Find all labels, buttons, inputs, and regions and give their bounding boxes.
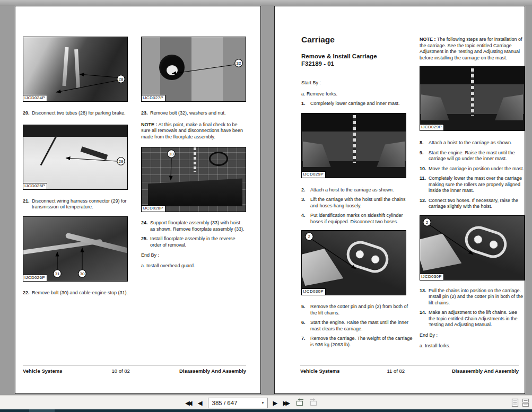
- topic-title: Remove & Install Carriage: [301, 53, 415, 60]
- pdf-viewer-window: 28 IJCD024P 20. Disconnect two tubes (28…: [0, 0, 532, 412]
- step-22: 22. Remove bolt (30) and cable-engine st…: [23, 290, 129, 296]
- callout-overlay: 33: [142, 147, 246, 212]
- previous-view-button[interactable]: [293, 398, 307, 408]
- step-21: 21. Disconnect wiring harness connector …: [23, 198, 129, 211]
- previous-page-button[interactable]: ◀: [195, 398, 205, 408]
- callout-31: 31: [55, 271, 60, 276]
- next-page-button[interactable]: ▶: [271, 398, 281, 408]
- end-by-item: a. Install overhead guard.: [141, 263, 246, 269]
- next-view-button[interactable]: [307, 398, 320, 408]
- figure-ijcd026p: 31 30 IJCD026P: [23, 216, 128, 282]
- document-page-left: 28 IJCD024P 20. Disconnect two tubes (28…: [15, 6, 261, 394]
- figure-label: IJCD030P: [420, 274, 444, 280]
- figure-label: IJCD030P: [302, 288, 326, 295]
- step-7: 7. Remove the carriage. The weight of th…: [301, 336, 415, 348]
- page-number-input[interactable]: 385 / 647 ▼: [208, 398, 268, 408]
- figure-ijcd029p: IJCD029P: [301, 113, 406, 178]
- figure-label: IJCD025P: [23, 183, 47, 189]
- callout-overlay: 29: [23, 125, 127, 189]
- figure-label: IJCD026P: [23, 275, 47, 281]
- figure-ijcd027p: 32 IJCD027P: [141, 37, 246, 102]
- end-by-item: a. Install forks.: [420, 343, 525, 349]
- page-footer: Vehicle Systems 11 of 82 Disassembly And…: [300, 365, 519, 374]
- figure-ijcd029p: IJCD029P: [420, 66, 525, 131]
- figure-label: IJCD029P: [420, 124, 444, 130]
- start-by-item: a. Remove forks.: [301, 91, 415, 98]
- last-page-icon: ▶▶: [283, 400, 288, 406]
- callout-2: 2: [426, 220, 429, 225]
- step-8: 8. Attach a hoist to the carriage as sho…: [420, 140, 525, 146]
- callout-2: 2: [308, 234, 311, 239]
- previous-view-icon: [294, 398, 305, 407]
- first-page-icon: ◀◀: [185, 400, 190, 406]
- figure-ijcd030p: 2 IJCD030P: [420, 215, 525, 280]
- first-page-button[interactable]: ◀◀: [182, 398, 195, 408]
- end-by-label: End By :: [420, 332, 525, 339]
- step-4: 4. Put identification marks on sideshift…: [301, 213, 415, 225]
- step-20: 20. Disconnect two tubes (28) for parkin…: [23, 110, 129, 117]
- previous-page-icon: ◀: [198, 400, 203, 406]
- window-top-bar: [0, 0, 532, 5]
- step-5: 5. Remove the cotter pin and pin (2) fro…: [301, 304, 415, 316]
- single-page-view-icon: [511, 398, 519, 407]
- topic-code: F32189 - 01: [301, 60, 415, 68]
- pdf-navigation-toolbar: ◀◀ ◀ 385 / 647 ▼ ▶ ▶▶: [0, 395, 532, 409]
- step-3: 3. Lift the carriage with the hoist unti…: [301, 197, 415, 209]
- step-24: 24. Support floorplate assembly (33) wit…: [141, 220, 246, 232]
- document-page-right: Carriage Remove & Install Carriage F3218…: [274, 6, 525, 394]
- callout-overlay: 2: [420, 216, 524, 280]
- callout-overlay: 2: [302, 231, 406, 295]
- end-by-label: End By :: [141, 252, 246, 259]
- step-1: 1. Completely lower carriage and inner m…: [301, 101, 415, 107]
- section-title: Carriage: [301, 35, 415, 44]
- step-10: 10. Move the carriage in position under …: [420, 166, 525, 172]
- note-paragraph: NOTE : The following steps are for insta…: [420, 37, 525, 61]
- step-2: 2. Attach a hoist to the carriage as sho…: [301, 187, 415, 194]
- step-9: 9. Start the engine. Raise the mast unti…: [420, 150, 525, 162]
- figure-ijcd030p: 2 IJCD030P: [301, 230, 406, 295]
- next-view-icon: [308, 398, 319, 407]
- figure-ijcd025p: 29 IJCD025P: [23, 125, 128, 190]
- callout-overlay: 31 30: [23, 217, 127, 281]
- figure-label: IJCD027P: [142, 95, 165, 101]
- step-13: 13. Pull the chains into position on the…: [420, 288, 525, 306]
- figure-label: IJCD024P: [23, 95, 47, 101]
- single-page-view-button[interactable]: [510, 398, 520, 409]
- figure-label: IJCD029P: [302, 171, 326, 178]
- callout-29: 29: [119, 159, 124, 164]
- callout-33: 33: [169, 152, 174, 156]
- step-6: 6. Start the engine. Raise the mast unti…: [301, 320, 415, 332]
- step-14: 14. Make an adjustment to the lift chain…: [420, 310, 525, 328]
- figure-ijcd028p: 33 IJCD028P: [141, 147, 246, 212]
- continuous-view-button[interactable]: [520, 398, 531, 409]
- step-12: 12. Connect two hoses. If necessary, rai…: [420, 198, 525, 210]
- callout-overlay: 28: [23, 37, 127, 101]
- next-page-icon: ▶: [273, 400, 278, 406]
- figure-ijcd024p: 28 IJCD024P: [23, 37, 128, 102]
- note-paragraph: NOTE : At this point, make a final check…: [141, 122, 246, 141]
- continuous-view-icon: [522, 398, 529, 407]
- dropdown-arrow-icon: ▼: [261, 401, 265, 405]
- callout-30: 30: [80, 271, 85, 276]
- figure-label: IJCD028P: [142, 205, 165, 212]
- start-by-label: Start By :: [301, 80, 415, 86]
- status-strip: [0, 409, 532, 412]
- step-11: 11. Completely lower the mast over the c…: [420, 176, 525, 194]
- step-23: 23. Remove bolt (32), washers and nut.: [141, 110, 246, 117]
- page-footer: Vehicle Systems 10 of 82 Disassembly And…: [23, 365, 246, 374]
- callout-28: 28: [119, 77, 124, 82]
- callout-overlay: 32: [142, 37, 246, 101]
- page-counter-value: 385 / 647: [212, 400, 238, 406]
- callout-32: 32: [237, 61, 241, 66]
- step-25: 25. Install floorplate assembly in the r…: [141, 236, 246, 248]
- last-page-button[interactable]: ▶▶: [280, 398, 293, 408]
